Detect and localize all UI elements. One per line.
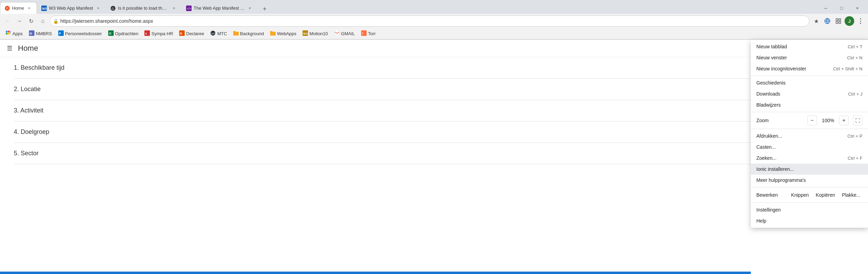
tab-home-title: Home [12, 6, 24, 11]
bookmark-torr-label: Torr [368, 31, 376, 36]
menu-help-label: Help [756, 218, 862, 224]
menu-settings[interactable]: Instellingen [751, 204, 868, 215]
menu-divider-4 [751, 187, 868, 187]
tab-bar: H Home × W3 W3 Web App Manifest × G Is i… [0, 0, 868, 14]
torr-favicon: T [361, 30, 367, 37]
bookmark-opdrachten[interactable]: O Opdrachten [105, 30, 141, 38]
address-bar-row: ← → ↻ ⌂ 🔒 ★ J ⋮ [0, 14, 868, 28]
svg-rect-18 [10, 32, 11, 32]
menu-print[interactable]: Afdrukken... Ctrl + P [751, 130, 868, 141]
tab-webmanifest2[interactable]: </> The Web App Manifest | Web F... × [182, 2, 257, 14]
svg-rect-19 [10, 33, 11, 33]
bookmark-background[interactable]: Background [231, 30, 267, 37]
tab-webmanifest2-close[interactable]: × [247, 5, 253, 11]
github-favicon: G [110, 6, 116, 11]
window-controls: ─ □ × [818, 2, 868, 14]
svg-text:P: P [59, 32, 61, 35]
svg-text:S: S [145, 32, 147, 35]
bookmark-personeelsdossier-label: Personeelsdossier [65, 31, 102, 36]
menu-plakken[interactable]: Plakke... [840, 192, 862, 198]
footer-bar [0, 272, 751, 274]
svg-rect-9 [836, 19, 838, 20]
bookmark-gmail[interactable]: GMAIL [331, 30, 358, 38]
menu-kopieren[interactable]: Kopiëren [814, 192, 837, 198]
extensions-icon[interactable] [834, 16, 843, 26]
list-item-2: 3. Activiteit [14, 100, 854, 121]
menu-cast[interactable]: Casten... [751, 141, 868, 153]
refresh-button[interactable]: ↻ [26, 16, 36, 26]
zoom-expand-button[interactable]: ⛶ [853, 116, 862, 125]
menu-history[interactable]: Geschiedenis [751, 77, 868, 88]
svg-rect-13 [6, 31, 8, 32]
bookmark-mtc[interactable]: MTC MTC [207, 30, 229, 38]
menu-new-window-label: Nieuw venster [756, 55, 847, 60]
menu-knippen[interactable]: Knippen [789, 192, 811, 198]
bookmark-sympahr[interactable]: S Sympa HR [142, 30, 176, 38]
svg-rect-15 [6, 33, 8, 35]
tab-webmanifest[interactable]: W3 W3 Web App Manifest × [37, 2, 106, 14]
menu-install-ionic[interactable]: Ionic installeren... [751, 164, 868, 175]
menu-icon[interactable]: ⋮ [856, 16, 865, 26]
gmail-favicon [334, 30, 340, 37]
menu-new-window[interactable]: Nieuw venster Ctrl + N [751, 52, 868, 63]
menu-help[interactable]: Help [751, 215, 868, 226]
minimize-button[interactable]: ─ [818, 2, 834, 14]
menu-more-tools[interactable]: Meer hulpprogramma's [751, 175, 868, 186]
declaree-favicon: D [179, 30, 185, 37]
menu-downloads[interactable]: Downloads Ctrl + J [751, 88, 868, 99]
menu-cast-label: Casten... [756, 144, 862, 150]
tab-webmanifest-title: W3 Web App Manifest [49, 6, 93, 11]
address-input[interactable] [50, 16, 809, 27]
bookmark-apps-label: Apps [12, 31, 23, 36]
bookmark-torr[interactable]: T Torr [358, 30, 378, 38]
page-main: ☰ Home 1. Beschikbare tijd 2. Locatie 3.… [0, 40, 868, 274]
svg-rect-11 [836, 22, 838, 23]
bookmark-gmail-label: GMAIL [341, 31, 355, 36]
context-menu: Nieuw tabblad Ctrl + T Nieuw venster Ctr… [751, 40, 868, 228]
svg-text:G: G [112, 7, 114, 10]
bookmark-personeelsdossier[interactable]: P Personeelsdossier [55, 30, 105, 38]
menu-new-tab[interactable]: Nieuw tabblad Ctrl + T [751, 41, 868, 52]
menu-find[interactable]: Zoeken... Ctrl + F [751, 153, 868, 164]
webmanifest2-favicon: </> [186, 6, 192, 11]
profile-avatar[interactable]: J [845, 16, 854, 26]
menu-new-incognito[interactable]: Nieuw incognitovenster Ctrl + Shift + N [751, 63, 868, 74]
bookmark-declaree[interactable]: D Declaree [176, 30, 207, 38]
zoom-minus-button[interactable]: − [807, 116, 817, 125]
star-icon[interactable]: ★ [811, 16, 821, 26]
close-button[interactable]: × [849, 2, 865, 14]
content-list: 1. Beschikbare tijd 2. Locatie 3. Activi… [0, 57, 868, 164]
bookmark-nmbrs-label: NMBRS [36, 31, 52, 36]
tab-home-close[interactable]: × [26, 5, 32, 11]
menu-find-label: Zoeken... [756, 155, 848, 161]
home-button[interactable]: ⌂ [38, 16, 48, 26]
hamburger-icon[interactable]: ☰ [7, 45, 12, 52]
svg-text:M10: M10 [303, 32, 308, 35]
bookmark-background-label: Background [240, 31, 264, 36]
tab-webmanifest2-title: The Web App Manifest | Web F... [194, 6, 245, 11]
svg-text:O: O [109, 32, 111, 35]
menu-divider-5 [751, 203, 868, 203]
translate-icon[interactable] [823, 16, 832, 26]
back-button[interactable]: ← [3, 16, 12, 26]
menu-new-incognito-shortcut: Ctrl + Shift + N [833, 66, 862, 71]
menu-bookmarks[interactable]: Bladwijzers [751, 99, 868, 110]
maximize-button[interactable]: □ [834, 2, 849, 14]
bookmark-webapps[interactable]: WebApps [267, 30, 299, 37]
bookmark-nmbrs[interactable]: N NMBRS [26, 30, 55, 38]
zoom-plus-button[interactable]: + [839, 116, 849, 125]
menu-install-ionic-label: Ionic installeren... [756, 166, 862, 172]
tab-home[interactable]: H Home × [0, 2, 37, 14]
new-tab-button[interactable]: + [259, 4, 270, 14]
bookmark-opdrachten-label: Opdrachten [115, 31, 139, 36]
bookmark-motion10[interactable]: M10 Motion10 [300, 30, 330, 38]
menu-bookmarks-label: Bladwijzers [756, 102, 862, 108]
bookmark-apps[interactable]: Apps [3, 30, 25, 38]
tab-webmanifest-close[interactable]: × [95, 5, 101, 11]
tab-github-close[interactable]: × [171, 5, 177, 11]
forward-button[interactable]: → [14, 16, 24, 26]
menu-more-tools-label: Meer hulpprogramma's [756, 177, 862, 183]
tab-github-title: Is it possible to load the progres... [118, 6, 169, 11]
svg-rect-12 [839, 22, 841, 23]
tab-github[interactable]: G Is it possible to load the progres... … [106, 2, 182, 14]
